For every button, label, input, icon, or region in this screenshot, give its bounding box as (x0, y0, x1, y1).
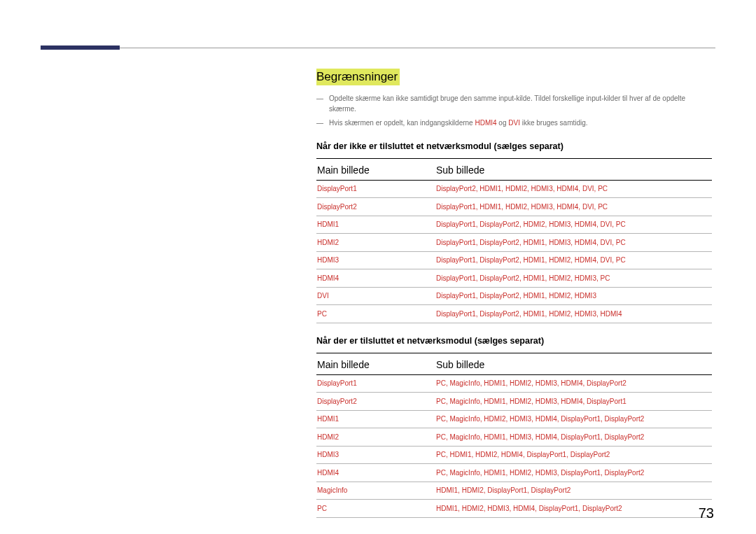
cell-sub: PC, MagicInfo, HDMI1, HDMI2, HDMI3, HDMI… (436, 393, 712, 411)
cell-sub: DisplayPort1, DisplayPort2, HDMI1, HDMI2… (436, 269, 712, 288)
table-row: DisplayPort2PC, MagicInfo, HDMI1, HDMI2,… (316, 393, 712, 411)
cell-main: DVI (316, 287, 436, 305)
table-row: DVIDisplayPort1, DisplayPort2, HDMI1, HD… (316, 287, 712, 305)
cell-main: DisplayPort1 (316, 180, 436, 198)
notes-block: Opdelte skærme kan ikke samtidigt bruge … (316, 94, 712, 129)
section1-title: Når der ikke er tilsluttet et netværksmo… (316, 141, 712, 151)
table-row: HDMI4DisplayPort1, DisplayPort2, HDMI1, … (316, 269, 712, 288)
note-line: Hvis skærmen er opdelt, kan indgangskild… (316, 118, 712, 129)
cell-main: HDMI3 (316, 446, 436, 464)
section2-table: Main billede Sub billede DisplayPort1PC,… (316, 353, 712, 518)
cell-sub: PC, MagicInfo, HDMI1, HDMI2, HDMI3, HDMI… (436, 374, 712, 393)
table-row: HDMI3PC, HDMI1, HDMI2, HDMI4, DisplayPor… (316, 446, 712, 464)
table-row: PCDisplayPort1, DisplayPort2, HDMI1, HDM… (316, 305, 712, 323)
cell-sub: HDMI1, HDMI2, HDMI3, HDMI4, DisplayPort1… (436, 500, 712, 518)
cell-sub: DisplayPort1, DisplayPort2, HDMI1, HDMI2… (436, 287, 712, 305)
table-row: HDMI2PC, MagicInfo, HDMI1, HDMI3, HDMI4,… (316, 428, 712, 447)
cell-sub: DisplayPort1, DisplayPort2, HDMI2, HDMI3… (436, 216, 712, 234)
table-row: PCHDMI1, HDMI2, HDMI3, HDMI4, DisplayPor… (316, 500, 712, 518)
cell-main: HDMI1 (316, 216, 436, 234)
section1-table: Main billede Sub billede DisplayPort1Dis… (316, 158, 712, 323)
table-row: DisplayPort2DisplayPort1, HDMI1, HDMI2, … (316, 198, 712, 216)
cell-main: DisplayPort1 (316, 374, 436, 393)
col-header-sub: Sub billede (436, 158, 712, 180)
cell-sub: DisplayPort2, HDMI1, HDMI2, HDMI3, HDMI4… (436, 180, 712, 198)
cell-main: DisplayPort2 (316, 198, 436, 216)
page-number: 73 (699, 505, 714, 521)
section-heading: Begrænsninger (316, 69, 400, 85)
table-row: HDMI3DisplayPort1, DisplayPort2, HDMI1, … (316, 251, 712, 269)
note-line: Opdelte skærme kan ikke samtidigt bruge … (316, 94, 712, 114)
cell-main: MagicInfo (316, 482, 436, 500)
cell-main: HDMI2 (316, 428, 436, 447)
cell-sub: HDMI1, HDMI2, DisplayPort1, DisplayPort2 (436, 482, 712, 500)
cell-sub: PC, MagicInfo, HDMI1, HDMI3, HDMI4, Disp… (436, 428, 712, 447)
section2-title: Når der er tilsluttet et netværksmodul (… (316, 336, 712, 346)
cell-main: HDMI2 (316, 234, 436, 252)
cell-main: HDMI1 (316, 410, 436, 428)
cell-sub: DisplayPort1, HDMI1, HDMI2, HDMI3, HDMI4… (436, 198, 712, 216)
table-header-row: Main billede Sub billede (316, 158, 712, 180)
table-row: HDMI2DisplayPort1, DisplayPort2, HDMI1, … (316, 234, 712, 252)
cell-sub: DisplayPort1, DisplayPort2, HDMI1, HDMI2… (436, 305, 712, 323)
table-row: DisplayPort1DisplayPort2, HDMI1, HDMI2, … (316, 180, 712, 198)
cell-sub: DisplayPort1, DisplayPort2, HDMI1, HDMI2… (436, 251, 712, 269)
table-row: HDMI4PC, MagicInfo, HDMI1, HDMI2, HDMI3,… (316, 464, 712, 482)
table-header-row: Main billede Sub billede (316, 353, 712, 374)
top-rule (41, 48, 715, 48)
content-column: Begrænsninger Opdelte skærme kan ikke sa… (316, 69, 712, 518)
table-row: DisplayPort1PC, MagicInfo, HDMI1, HDMI2,… (316, 374, 712, 393)
cell-sub: DisplayPort1, DisplayPort2, HDMI1, HDMI3… (436, 234, 712, 252)
col-header-main: Main billede (316, 353, 436, 374)
table-row: MagicInfoHDMI1, HDMI2, DisplayPort1, Dis… (316, 482, 712, 500)
cell-sub: PC, MagicInfo, HDMI1, HDMI2, HDMI3, Disp… (436, 464, 712, 482)
cell-sub: PC, MagicInfo, HDMI2, HDMI3, HDMI4, Disp… (436, 410, 712, 428)
col-header-main: Main billede (316, 158, 436, 180)
cell-main: HDMI4 (316, 269, 436, 288)
cell-main: HDMI4 (316, 464, 436, 482)
accent-bar (41, 45, 120, 50)
cell-sub: PC, HDMI1, HDMI2, HDMI4, DisplayPort1, D… (436, 446, 712, 464)
table-row: HDMI1PC, MagicInfo, HDMI2, HDMI3, HDMI4,… (316, 410, 712, 428)
cell-main: HDMI3 (316, 251, 436, 269)
cell-main: PC (316, 500, 436, 518)
cell-main: PC (316, 305, 436, 323)
table-row: HDMI1DisplayPort1, DisplayPort2, HDMI2, … (316, 216, 712, 234)
cell-main: DisplayPort2 (316, 393, 436, 411)
col-header-sub: Sub billede (436, 353, 712, 374)
